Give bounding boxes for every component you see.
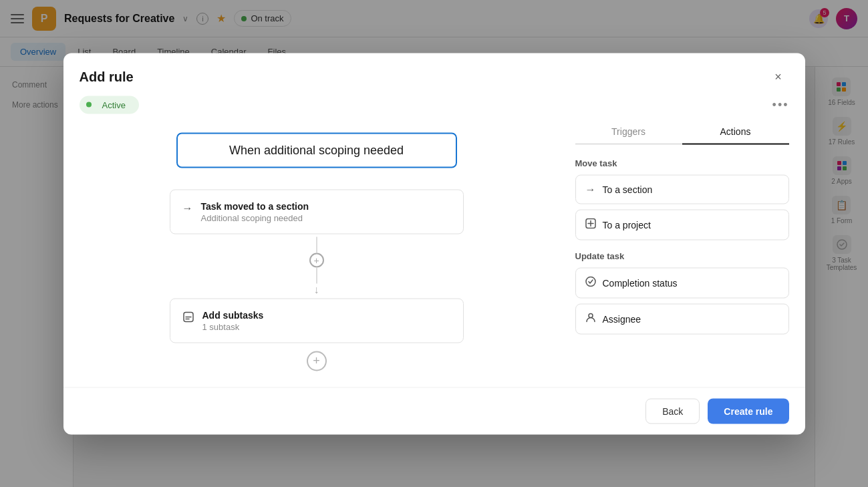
svg-point-11 (586, 277, 595, 286)
update-task-section-title: Update task (575, 251, 789, 261)
flow-add-button[interactable]: + (307, 351, 327, 371)
flow-arrow-down: ↓ (314, 283, 319, 295)
to-project-label: To a project (603, 219, 651, 230)
trigger-card-subtitle: Additional scoping needed (201, 212, 309, 222)
modal-footer: Back Create rule (63, 387, 805, 434)
completion-status-label: Completion status (603, 277, 678, 288)
svg-point-12 (589, 313, 593, 317)
move-task-section-title: Move task (575, 158, 789, 168)
tab-triggers[interactable]: Triggers (575, 119, 682, 144)
action-card-title: Add subtasks (202, 309, 264, 320)
completion-status-icon (585, 276, 596, 289)
flow-line-bottom (316, 267, 317, 283)
modal-header: Add rule × (63, 53, 805, 88)
trigger-card-title: Task moved to a section (201, 200, 309, 211)
to-project-icon (585, 218, 596, 231)
to-section-label: To a section (603, 184, 653, 194)
trigger-card[interactable]: → Task moved to a section Additional sco… (170, 189, 464, 234)
assignee-icon (585, 312, 596, 325)
modal-tabs: Triggers Actions (575, 119, 789, 144)
flow-connector: + ↓ (309, 234, 324, 298)
action-assignee[interactable]: Assignee (575, 303, 789, 334)
flow-line-top (316, 236, 317, 253)
modal-body: → Task moved to a section Additional sco… (63, 119, 805, 387)
active-badge: Active (80, 96, 139, 114)
action-card-subtitle: 1 subtask (202, 321, 264, 331)
rule-name-input[interactable] (176, 132, 457, 168)
subtask-icon (182, 311, 194, 325)
back-button[interactable]: Back (645, 398, 700, 424)
trigger-arrow-icon: → (182, 202, 193, 214)
modal-actions-panel: Triggers Actions Move task → To a sectio… (575, 119, 789, 371)
action-to-section[interactable]: → To a section (575, 174, 789, 204)
active-dot (86, 102, 92, 108)
modal-flow-editor: → Task moved to a section Additional sco… (80, 119, 554, 371)
action-card[interactable]: Add subtasks 1 subtask (170, 298, 464, 343)
trigger-card-content: Task moved to a section Additional scopi… (201, 200, 309, 222)
flow-plus-button[interactable]: + (309, 253, 324, 267)
active-badge-row: Active ••• (63, 88, 805, 119)
action-completion-status[interactable]: Completion status (575, 267, 789, 298)
to-section-icon: → (585, 183, 596, 195)
modal-options-button[interactable]: ••• (772, 98, 789, 112)
add-rule-modal: Add rule × Active ••• → Task moved to a … (63, 53, 805, 434)
modal-title: Add rule (80, 69, 134, 85)
modal-close-button[interactable]: × (768, 66, 789, 88)
assignee-label: Assignee (603, 313, 641, 324)
create-rule-button[interactable]: Create rule (708, 398, 788, 424)
tab-actions[interactable]: Actions (682, 119, 789, 144)
action-to-project[interactable]: To a project (575, 209, 789, 240)
active-label: Active (96, 98, 132, 112)
flow-container: → Task moved to a section Additional sco… (170, 189, 464, 371)
action-card-content: Add subtasks 1 subtask (202, 309, 264, 331)
